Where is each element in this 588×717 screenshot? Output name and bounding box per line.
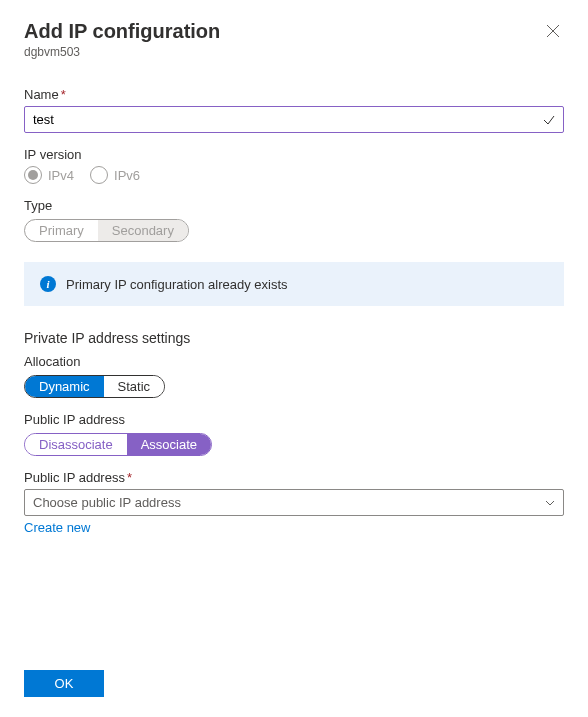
- private-ip-section-title: Private IP address settings: [24, 330, 564, 346]
- publicip-disassociate[interactable]: Disassociate: [25, 434, 127, 455]
- publicip-associate[interactable]: Associate: [127, 434, 211, 455]
- name-field: Name*: [24, 87, 564, 133]
- checkmark-icon: [542, 113, 556, 127]
- ipversion-ipv4-radio: IPv4: [24, 166, 74, 184]
- ipversion-label: IP version: [24, 147, 564, 162]
- allocation-toggle[interactable]: Dynamic Static: [24, 375, 165, 398]
- publicip-label: Public IP address: [24, 412, 564, 427]
- allocation-field: Allocation Dynamic Static: [24, 354, 564, 398]
- name-label: Name*: [24, 87, 564, 102]
- publicip-field: Public IP address Disassociate Associate: [24, 412, 564, 456]
- publicip-select-label: Public IP address*: [24, 470, 564, 485]
- ok-button[interactable]: OK: [24, 670, 104, 697]
- info-banner: i Primary IP configuration already exist…: [24, 262, 564, 306]
- allocation-static[interactable]: Static: [104, 376, 165, 397]
- publicip-select[interactable]: Choose public IP address: [24, 489, 564, 516]
- type-toggle: Primary Secondary: [24, 219, 189, 242]
- footer: OK: [24, 670, 104, 697]
- name-input[interactable]: [24, 106, 564, 133]
- publicip-select-field: Public IP address* Choose public IP addr…: [24, 470, 564, 535]
- allocation-label: Allocation: [24, 354, 564, 369]
- chevron-down-icon: [544, 497, 556, 509]
- allocation-dynamic[interactable]: Dynamic: [25, 376, 104, 397]
- ipversion-ipv6-radio: IPv6: [90, 166, 140, 184]
- resource-name: dgbvm503: [24, 45, 564, 59]
- type-primary: Primary: [25, 220, 98, 241]
- publicip-toggle[interactable]: Disassociate Associate: [24, 433, 212, 456]
- ipversion-field: IP version IPv4 IPv6: [24, 147, 564, 184]
- panel-header: Add IP configuration dgbvm503: [24, 20, 564, 59]
- info-message: Primary IP configuration already exists: [66, 277, 288, 292]
- create-new-link[interactable]: Create new: [24, 520, 90, 535]
- type-label: Type: [24, 198, 564, 213]
- type-secondary: Secondary: [98, 220, 188, 241]
- close-icon[interactable]: [542, 20, 564, 42]
- page-title: Add IP configuration: [24, 20, 220, 43]
- type-field: Type Primary Secondary: [24, 198, 564, 242]
- info-icon: i: [40, 276, 56, 292]
